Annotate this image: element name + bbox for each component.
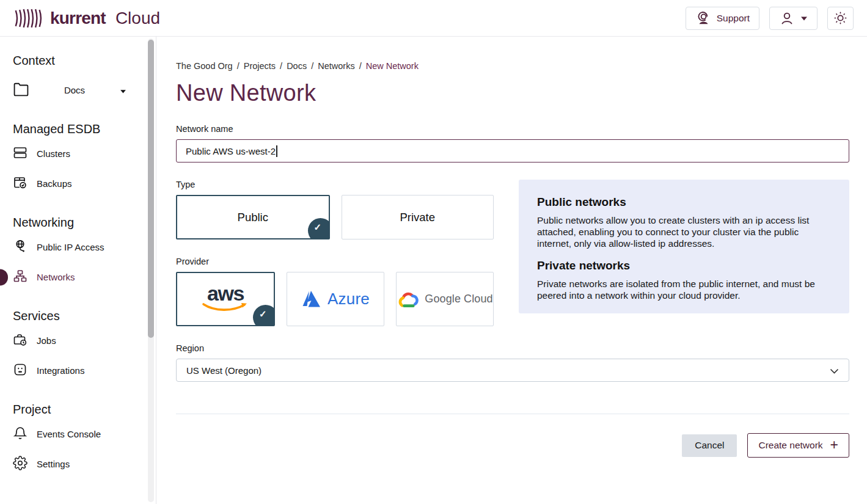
- sidebar-item-backups[interactable]: Backups: [13, 169, 140, 199]
- sidebar-item-label: Backups: [37, 178, 72, 189]
- cancel-button[interactable]: Cancel: [682, 434, 737, 457]
- kurrent-cloud-logo[interactable]: kurrentCloud: [13, 7, 160, 30]
- page-title: New Network: [176, 80, 849, 106]
- google-cloud-icon: [397, 290, 419, 309]
- selected-check-badge: ✓: [253, 305, 275, 326]
- caret-down-icon: [800, 16, 808, 21]
- user-menu-button[interactable]: [769, 7, 818, 30]
- sidebar-item-jobs[interactable]: Jobs: [13, 326, 140, 356]
- region-selected-value: US West (Oregon): [186, 365, 262, 376]
- sidebar-item-label: Jobs: [37, 335, 56, 346]
- info-body-private: Private networks are isolated from the p…: [537, 278, 831, 301]
- breadcrumb-separator: /: [237, 61, 240, 71]
- breadcrumb: The Good Org/Projects/Docs/Networks/New …: [176, 61, 849, 71]
- info-heading-private: Private networks: [537, 259, 831, 272]
- sidebar-section-networking: Networking: [13, 216, 140, 230]
- aws-logo: aws: [201, 285, 250, 312]
- aws-smile-icon: [201, 302, 250, 313]
- sidebar-section-managed-esdb: Managed ESDB: [13, 122, 140, 136]
- bell-icon: [13, 426, 27, 442]
- brand-word: kurrent: [50, 9, 106, 28]
- type-option-label: Public: [238, 211, 268, 224]
- sidebar-item-networks[interactable]: Networks: [13, 262, 140, 292]
- brand-suffix: Cloud: [115, 9, 160, 28]
- header-actions: Support: [686, 7, 854, 30]
- theme-toggle-button[interactable]: [827, 7, 854, 30]
- sidebar: Context Docs Managed ESDB Clusters: [0, 37, 156, 504]
- type-option-label: Private: [400, 211, 435, 224]
- breadcrumb-projects[interactable]: Projects: [244, 61, 276, 71]
- sidebar-scrollbar-thumb[interactable]: [148, 40, 154, 338]
- check-icon: ✓: [314, 222, 322, 233]
- breadcrumb-networks[interactable]: Networks: [318, 61, 354, 71]
- gear-icon: [13, 456, 27, 472]
- clusters-icon: [13, 145, 27, 162]
- network-name-input[interactable]: Public AWS us-west-2: [176, 139, 849, 163]
- provider-label: Provider: [176, 257, 494, 266]
- aws-wordmark: aws: [207, 285, 244, 302]
- briefcase-clock-icon: [13, 332, 27, 349]
- google-cloud-wordmark: Google Cloud: [425, 293, 492, 305]
- type-options: Public ✓ Private: [176, 195, 494, 239]
- info-body-public: Public networks allow you to create clus…: [537, 214, 831, 250]
- sidebar-item-label: Events Console: [37, 429, 101, 439]
- provider-option-aws[interactable]: aws ✓: [176, 272, 275, 326]
- breadcrumb-separator: /: [359, 61, 362, 71]
- region-select[interactable]: US West (Oregon): [176, 359, 849, 382]
- sidebar-section-services: Services: [13, 309, 140, 323]
- text-cursor: [276, 145, 277, 157]
- region-label: Region: [176, 343, 849, 353]
- caret-down-icon: [120, 85, 126, 95]
- globe-network-icon: [13, 239, 27, 255]
- sidebar-item-events-console[interactable]: Events Console: [13, 419, 140, 449]
- breadcrumb-project[interactable]: Docs: [287, 61, 307, 71]
- check-icon: ✓: [259, 309, 267, 320]
- breadcrumb-org[interactable]: The Good Org: [176, 61, 233, 71]
- type-option-public[interactable]: Public ✓: [176, 195, 330, 239]
- form-footer-divider: [176, 414, 849, 414]
- provider-options: aws ✓: [176, 272, 494, 326]
- azure-logo: Azure: [301, 290, 370, 309]
- user-icon: [779, 10, 795, 26]
- active-item-indicator: [0, 269, 8, 285]
- context-project-selector[interactable]: Docs: [13, 75, 126, 105]
- sidebar-section-context: Context: [13, 54, 140, 68]
- breadcrumb-current: New Network: [366, 61, 419, 71]
- org-chart-icon: [13, 269, 27, 285]
- sidebar-item-integrations[interactable]: Integrations: [13, 356, 140, 385]
- outlet-icon: [13, 362, 27, 379]
- provider-option-google-cloud[interactable]: Google Cloud: [396, 272, 494, 326]
- breadcrumb-separator: /: [280, 61, 282, 71]
- sidebar-item-label: Integrations: [37, 365, 84, 376]
- sidebar-item-label: Clusters: [37, 148, 70, 159]
- info-heading-public: Public networks: [537, 195, 831, 209]
- kurrent-wave-icon: [13, 7, 44, 30]
- sidebar-item-label: Networks: [37, 272, 75, 282]
- support-label: Support: [717, 13, 750, 24]
- breadcrumb-separator: /: [311, 61, 313, 71]
- folder-icon: [13, 82, 29, 98]
- type-label: Type: [176, 180, 494, 189]
- sidebar-item-public-ip-access[interactable]: Public IP Access: [13, 232, 140, 262]
- network-type-info-panel: Public networks Public networks allow yo…: [519, 180, 849, 313]
- sidebar-item-label: Settings: [37, 459, 70, 469]
- sidebar-item-label: Public IP Access: [37, 242, 104, 252]
- network-name-label: Network name: [176, 124, 849, 134]
- provider-option-azure[interactable]: Azure: [287, 272, 384, 326]
- google-cloud-logo: Google Cloud: [397, 290, 492, 309]
- azure-triangle-icon: [301, 290, 321, 308]
- sidebar-item-settings[interactable]: Settings: [13, 449, 140, 479]
- sidebar-item-clusters[interactable]: Clusters: [13, 139, 140, 169]
- top-header: kurrentCloud Support: [0, 0, 867, 37]
- selected-check-badge: ✓: [308, 218, 330, 239]
- main-content: The Good Org/Projects/Docs/Networks/New …: [156, 37, 867, 504]
- create-network-button[interactable]: Create network +: [747, 433, 849, 458]
- backup-box-check-icon: [13, 175, 27, 192]
- sidebar-section-project: Project: [13, 403, 140, 417]
- azure-wordmark: Azure: [327, 290, 370, 309]
- network-name-value: Public AWS us-west-2: [186, 146, 276, 156]
- plus-icon: +: [830, 438, 838, 452]
- type-option-private[interactable]: Private: [342, 195, 494, 239]
- support-button[interactable]: Support: [686, 7, 759, 30]
- context-project-label: Docs: [38, 85, 111, 95]
